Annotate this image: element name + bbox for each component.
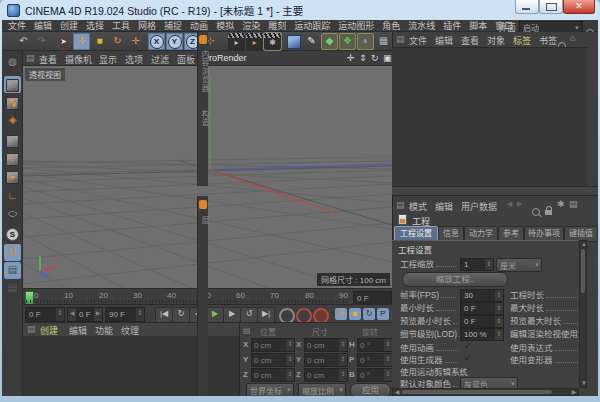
close-button[interactable]: ✕ bbox=[563, 0, 595, 14]
coords-panel-menu-icon[interactable]: ▤ bbox=[243, 326, 251, 335]
key-parameter-toggle[interactable]: P bbox=[377, 308, 389, 320]
om-menu-edit[interactable]: 编辑 bbox=[435, 34, 453, 47]
workplane-mode-button[interactable]: ◈ bbox=[4, 112, 21, 129]
scroll-left-icon[interactable]: ◀ bbox=[393, 389, 401, 396]
menu-pipeline[interactable]: 流水线 bbox=[408, 20, 435, 32]
key-scale-toggle[interactable]: ■ bbox=[349, 308, 361, 320]
menu-tools[interactable]: 工具 bbox=[112, 20, 130, 32]
om-menu-view[interactable]: 查看 bbox=[461, 34, 479, 47]
scroll-right-icon[interactable]: ▶ bbox=[570, 389, 578, 396]
am-layout-icon[interactable]: ▤ bbox=[569, 199, 578, 209]
vp-zoom-icon[interactable]: ⇕ bbox=[359, 53, 367, 63]
scale-tool-button[interactable]: ■ bbox=[91, 33, 108, 50]
render-view-button[interactable]: ▸ bbox=[228, 33, 245, 50]
side-tab-content-browser[interactable]: 内容浏览器 bbox=[199, 50, 210, 93]
menu-animate[interactable]: 动画 bbox=[190, 20, 208, 32]
menu-script[interactable]: 脚本 bbox=[469, 20, 487, 32]
floor-environment-button[interactable]: ▦ bbox=[375, 33, 392, 50]
scroll-down-icon[interactable]: ▼ bbox=[580, 380, 588, 387]
use-animation-checkbox[interactable]: ✓ bbox=[464, 341, 472, 351]
apply-button[interactable]: 应用 bbox=[350, 383, 391, 396]
menu-mograph[interactable]: 运动图形 bbox=[338, 20, 374, 32]
layer-manager-icon[interactable] bbox=[199, 200, 207, 209]
om-menu-bookmarks[interactable]: 书签 bbox=[539, 34, 557, 47]
am-lock-icon[interactable] bbox=[545, 201, 552, 219]
vp-menu-view[interactable]: 查看 bbox=[39, 53, 57, 66]
menu-select[interactable]: 选择 bbox=[86, 20, 104, 32]
menu-plugins[interactable]: 插件 bbox=[443, 20, 461, 32]
size-x-field[interactable]: 0 cm⇕ bbox=[304, 338, 348, 352]
om-menu-file[interactable]: 文件 bbox=[409, 34, 427, 47]
key-rotation-toggle[interactable]: ↻ bbox=[363, 308, 375, 320]
object-list[interactable] bbox=[392, 47, 587, 186]
position-y-field[interactable]: 0 cm⇕ bbox=[251, 353, 295, 367]
scrollbar-thumb[interactable] bbox=[402, 390, 552, 394]
start-frame-field[interactable]: 0 F⇕ bbox=[25, 307, 65, 322]
play-button[interactable]: ▶ bbox=[206, 307, 224, 323]
menu-character[interactable]: 角色 bbox=[382, 20, 400, 32]
lod-field[interactable]: 100 %⇕ bbox=[460, 328, 504, 341]
use-motion-system-checkbox[interactable]: ✓ bbox=[464, 365, 472, 375]
vp-menu-panel[interactable]: 面板 bbox=[177, 53, 195, 66]
side-tab-layers[interactable]: 层 bbox=[199, 216, 210, 225]
vp-menu-filter[interactable]: 过滤 bbox=[151, 53, 169, 66]
render-picture-viewer-button[interactable]: ▸ bbox=[246, 33, 263, 50]
rotation-b-field[interactable]: 0 °⇕ bbox=[357, 368, 393, 382]
next-frame-button[interactable]: ▶ bbox=[223, 307, 241, 323]
viewport-solo-button[interactable]: ⬭ bbox=[4, 206, 21, 223]
om-panel-menu-icon[interactable]: ▤ bbox=[396, 34, 405, 44]
move-tool-button[interactable]: ✛ bbox=[73, 33, 90, 50]
maximize-button[interactable] bbox=[539, 0, 563, 14]
vp-toggle-views-icon[interactable]: ▣ bbox=[383, 53, 392, 63]
polygons-mode-button[interactable]: ▰ bbox=[4, 168, 21, 185]
viewport-panel-menu-icon[interactable]: ▤ bbox=[26, 53, 35, 63]
goto-end-button[interactable]: ▶| bbox=[257, 307, 275, 323]
position-z-field[interactable]: 0 cm⇕ bbox=[251, 368, 295, 382]
coordinate-system-dropdown[interactable]: 世界坐标▼ bbox=[246, 383, 294, 396]
am-horizontal-scrollbar[interactable]: ◀ ▶ bbox=[392, 388, 579, 396]
rotation-h-field[interactable]: 0 °⇕ bbox=[357, 338, 393, 352]
vp-menu-cameras[interactable]: 摄像机 bbox=[65, 53, 92, 66]
size-mode-dropdown[interactable]: 缩放比例▼ bbox=[298, 383, 346, 396]
mat-menu-function[interactable]: 功能 bbox=[95, 324, 113, 337]
am-history-back-icon[interactable]: ◀ bbox=[507, 200, 512, 208]
add-cube-button[interactable] bbox=[285, 33, 302, 50]
make-editable-button[interactable]: ◍ bbox=[4, 54, 21, 71]
size-y-field[interactable]: 0 cm⇕ bbox=[304, 353, 348, 367]
vp-rotate-icon[interactable]: ↻ bbox=[371, 53, 379, 63]
end-frame-field[interactable]: 90 F⇕ bbox=[105, 307, 145, 322]
snap-magnet-button[interactable]: Ω bbox=[4, 244, 21, 261]
om-menu-objects[interactable]: 对象 bbox=[487, 34, 505, 47]
menu-simulate[interactable]: 模拟 bbox=[216, 20, 234, 32]
menu-file[interactable]: 文件 bbox=[8, 20, 26, 32]
spinner-icon[interactable]: ⇕ bbox=[136, 308, 144, 321]
content-browser-icon[interactable] bbox=[199, 35, 207, 44]
menu-render[interactable]: 渲染 bbox=[242, 20, 260, 32]
prev-key-button[interactable]: ↻ bbox=[172, 307, 190, 323]
subdivision-surface-button[interactable]: ◆ bbox=[321, 33, 338, 50]
axis-x-lock-button[interactable]: X bbox=[148, 33, 165, 50]
last-tool-button[interactable]: ✛ bbox=[127, 33, 144, 50]
next-arrow-icon[interactable]: ▶ bbox=[94, 308, 102, 321]
live-selection-button[interactable]: ➤ bbox=[55, 33, 72, 50]
key-position-toggle[interactable]: ✛ bbox=[335, 308, 347, 320]
goto-start-button[interactable]: |◀ bbox=[155, 307, 173, 323]
use-generators-checkbox[interactable]: ✓ bbox=[464, 353, 472, 363]
title-bar[interactable]: CINEMA 4D R19.024 Studio (RC - R19) - [未… bbox=[0, 0, 600, 20]
prev-arrow-icon[interactable]: ◀ bbox=[68, 308, 76, 321]
vp-pan-icon[interactable]: ✛ bbox=[347, 53, 355, 63]
menu-edit[interactable]: 编辑 bbox=[34, 20, 52, 32]
om-menu-tags[interactable]: 标签 bbox=[513, 34, 531, 47]
rotate-tool-button[interactable]: ↻ bbox=[109, 33, 126, 50]
project-scale-field[interactable]: 1⇕ bbox=[460, 258, 494, 271]
spline-pen-button[interactable]: ✎ bbox=[303, 33, 320, 50]
material-panel-menu-icon[interactable]: ▤ bbox=[27, 324, 36, 334]
next-key-button[interactable]: ↺ bbox=[240, 307, 258, 323]
am-search-icon[interactable] bbox=[532, 202, 540, 220]
align-workplane-button[interactable]: ▤ bbox=[4, 280, 21, 297]
enable-snap-button[interactable]: S bbox=[4, 226, 21, 243]
render-settings-button[interactable]: ✱ bbox=[264, 33, 281, 50]
menu-sculpt[interactable]: 雕刻 bbox=[268, 20, 286, 32]
points-mode-button[interactable]: ∴ bbox=[4, 132, 21, 149]
project-scale-unit-dropdown[interactable]: 厘米▼ bbox=[496, 258, 542, 272]
